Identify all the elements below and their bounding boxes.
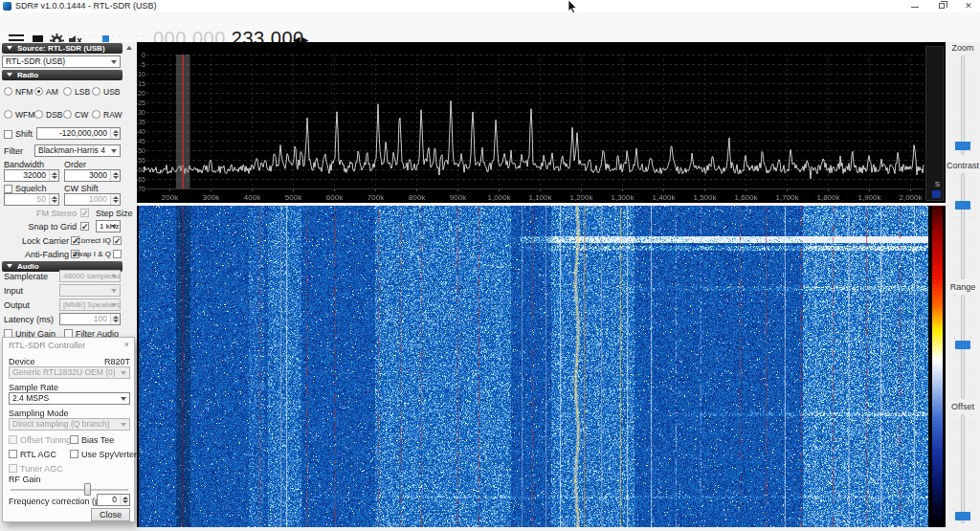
- slider-thumb-contrast[interactable]: [955, 201, 970, 210]
- rtl-agc-label: RTL AGC: [20, 450, 56, 459]
- audio-input-label: Input: [4, 286, 23, 296]
- window-bottom-edge: [137, 527, 980, 531]
- minimize-icon: [911, 7, 919, 8]
- dialog-close-button[interactable]: Close: [91, 508, 130, 521]
- lock-carrier-label: Lock Carrier: [2, 236, 69, 246]
- rf-gain-slider[interactable]: [11, 489, 128, 491]
- swap-iq-checkbox[interactable]: [113, 250, 122, 258]
- slider-ticks: [970, 173, 971, 279]
- sample-rate-value: 2.4 MSPS: [12, 393, 49, 403]
- spinner-arrows-icon[interactable]: [110, 170, 120, 181]
- squelch-checkbox[interactable]: [4, 185, 12, 193]
- shift-label: Shift: [15, 129, 33, 139]
- rtl-agc-checkbox[interactable]: [9, 450, 17, 458]
- radio-button-icon[interactable]: [34, 87, 43, 96]
- sampling-mode-select: Direct sampling (Q branch): [9, 418, 130, 431]
- slider-ticks: [954, 173, 955, 279]
- radio-button-icon[interactable]: [92, 87, 100, 96]
- spectrum-analyzer[interactable]: [137, 42, 946, 203]
- shift-value: -120,000,000: [59, 128, 107, 139]
- filter-select[interactable]: Blackman-Harris 4: [34, 144, 121, 157]
- waterfall-display[interactable]: [139, 206, 928, 527]
- bandwidth-value: 32000: [23, 170, 46, 181]
- fm-stereo-label: FM Stereo: [4, 209, 77, 218]
- dialog-close-icon[interactable]: ×: [124, 340, 129, 349]
- minimize-button[interactable]: [907, 0, 923, 11]
- sidebar-scrollbar-up-arrow[interactable]: [124, 43, 135, 54]
- source-panel-header[interactable]: Source: RTL-SDR (USB): [2, 43, 122, 54]
- radio-button-icon[interactable]: [34, 110, 43, 119]
- slider-thumb-range[interactable]: [955, 341, 970, 349]
- mode-radio-am[interactable]: AM: [34, 86, 65, 98]
- device-chip-value: R820T: [92, 357, 130, 366]
- mode-radio-dsb[interactable]: DSB: [34, 109, 65, 121]
- source-header-label: Source: RTL-SDR (USB): [17, 44, 105, 53]
- bias-tee-label: Bias Tee: [81, 435, 114, 445]
- spinner-arrows-icon[interactable]: [49, 170, 58, 181]
- snap-to-grid-checkbox[interactable]: ✓: [80, 222, 89, 231]
- tuner-agc-label: Tuner AGC: [20, 464, 63, 474]
- waterfall-color-scale: [932, 206, 943, 527]
- fm-stereo-checkbox: ✓: [80, 209, 89, 217]
- bias-tee-checkbox[interactable]: [70, 435, 78, 444]
- radio-button-icon[interactable]: [63, 110, 72, 119]
- order-label: Order: [64, 160, 86, 169]
- slider-offset[interactable]: [961, 414, 965, 523]
- radio-button-icon[interactable]: [63, 87, 72, 96]
- correct-iq-label: Correct IQ: [67, 236, 111, 245]
- order-spinner[interactable]: 3000: [64, 169, 121, 182]
- spinner-arrows-icon[interactable]: [110, 128, 120, 139]
- slider-contrast[interactable]: [961, 173, 965, 279]
- rtl-sdr-controller-dialog: RTL-SDR Controller × Device R820T Generi…: [2, 337, 135, 522]
- slider-label-offset: Offset: [946, 402, 980, 411]
- shift-value-spinner[interactable]: -120,000,000: [36, 127, 121, 140]
- slider-ticks: [970, 295, 971, 399]
- ppm-spinner[interactable]: 0: [97, 494, 130, 506]
- spinner-arrows-icon[interactable]: [110, 314, 120, 324]
- slider-thumb-zoom[interactable]: [955, 142, 970, 150]
- rf-gain-slider-thumb[interactable]: [84, 483, 91, 496]
- scale-mode-label: S: [935, 180, 940, 188]
- correct-iq-checkbox[interactable]: ✓: [113, 236, 122, 245]
- slider-ticks: [954, 414, 955, 523]
- spinner-arrows-icon: [110, 194, 120, 205]
- step-size-select[interactable]: 1 kHz: [96, 220, 121, 232]
- audio-header-label: Audio: [17, 262, 39, 271]
- mode-label: USB: [103, 87, 120, 97]
- step-size-value: 1 kHz: [100, 222, 119, 231]
- radio-button-icon[interactable]: [92, 110, 100, 119]
- shift-checkbox[interactable]: [4, 130, 12, 139]
- radio-header-label: Radio: [17, 71, 38, 79]
- bandwidth-spinner[interactable]: 32000: [4, 169, 59, 182]
- latency-spinner[interactable]: 100: [59, 313, 121, 325]
- spectrum-scale-slider[interactable]: S: [925, 46, 944, 201]
- samplerate-label: Samplerate: [4, 272, 48, 281]
- radio-button-icon[interactable]: [4, 110, 12, 119]
- source-device-select[interactable]: RTL-SDR (USB): [2, 55, 121, 68]
- mode-radio-lsb[interactable]: LSB: [63, 86, 94, 98]
- mode-radio-usb[interactable]: USB: [92, 86, 122, 98]
- radio-panel-header[interactable]: Radio: [2, 70, 122, 80]
- restore-button[interactable]: [934, 0, 949, 11]
- mode-radio-wfm[interactable]: WFM: [4, 109, 34, 121]
- slider-zoom[interactable]: [961, 55, 965, 155]
- dialog-title: RTL-SDR Controller: [9, 341, 85, 350]
- mode-label: AM: [46, 87, 58, 97]
- spyverter-checkbox[interactable]: [70, 450, 78, 458]
- display-controls-panel: ZoomContrastRangeOffset: [946, 42, 980, 531]
- sample-rate-select[interactable]: 2.4 MSPS: [9, 392, 130, 405]
- cw-shift-spinner: 1000: [64, 193, 121, 206]
- mode-radio-raw[interactable]: RAW: [92, 109, 122, 121]
- close-button[interactable]: ✕: [961, 0, 976, 11]
- slider-thumb-offset[interactable]: [955, 512, 970, 520]
- radio-button-icon[interactable]: [4, 87, 12, 96]
- anti-fading-label: Anti-Fading: [2, 250, 69, 259]
- scale-slider-thumb[interactable]: [932, 190, 941, 198]
- snap-to-grid-label: Snap to Grid: [4, 222, 77, 232]
- mode-radio-cw[interactable]: CW: [63, 109, 94, 121]
- bandwidth-label: Bandwidth: [4, 160, 44, 169]
- mode-radio-nfm[interactable]: NFM: [4, 86, 34, 98]
- toolbar: 000.000.233.000 ◀▶: [0, 12, 980, 42]
- spinner-arrows-icon[interactable]: [120, 495, 129, 505]
- sample-rate-label: Sample Rate: [9, 383, 58, 392]
